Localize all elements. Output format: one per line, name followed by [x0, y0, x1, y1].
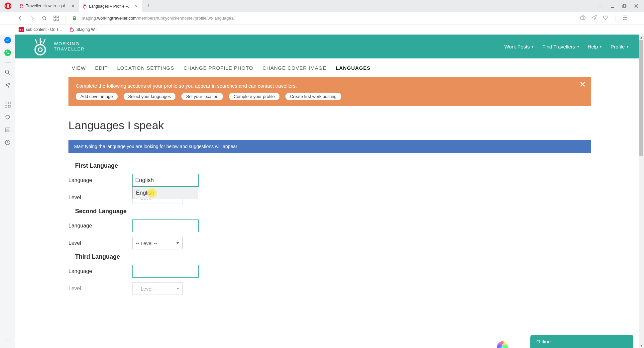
- snapshot-icon[interactable]: [580, 15, 586, 22]
- svg-point-18: [70, 29, 73, 32]
- browser-toolbar: staging.workingtraveller.com/members/fun…: [0, 12, 644, 25]
- minimize-icon[interactable]: [609, 3, 615, 9]
- close-icon[interactable]: [633, 3, 639, 9]
- reload-button[interactable]: [40, 14, 49, 23]
- bookmark-favicon-icon: [69, 27, 74, 32]
- tabs-menu-icon[interactable]: [597, 3, 603, 9]
- tab-close-icon[interactable]: ×: [71, 4, 75, 8]
- svg-point-12: [582, 17, 584, 19]
- divider: [65, 15, 65, 22]
- forward-button[interactable]: [28, 14, 37, 23]
- svg-rect-8: [54, 19, 55, 21]
- tab-title: Languages – Profile – John: [89, 4, 132, 9]
- heart-icon[interactable]: [602, 15, 608, 22]
- browser-tab-active[interactable]: Languages – Profile – John ×: [79, 0, 142, 12]
- bookmarks-bar: oT sub content - On T... Staging WT: [0, 25, 644, 35]
- new-tab-button[interactable]: +: [142, 0, 154, 12]
- svg-rect-9: [57, 19, 58, 21]
- lock-icon[interactable]: [70, 14, 79, 23]
- bookmark-item[interactable]: oT sub content - On T...: [19, 27, 62, 32]
- bookmark-item[interactable]: Staging WT: [69, 27, 97, 32]
- svg-rect-4: [623, 5, 625, 8]
- svg-rect-10: [73, 18, 76, 20]
- back-button[interactable]: [16, 14, 25, 23]
- maximize-icon[interactable]: [621, 3, 627, 9]
- send-icon[interactable]: [591, 15, 597, 22]
- svg-point-3: [83, 5, 86, 8]
- divider: [615, 15, 615, 22]
- easy-setup-icon[interactable]: [622, 15, 628, 22]
- svg-point-13: [624, 15, 625, 16]
- window-controls: [597, 0, 644, 12]
- favicon-icon: [19, 4, 24, 8]
- svg-rect-6: [54, 16, 55, 18]
- svg-point-14: [626, 17, 627, 18]
- speed-dial-icon[interactable]: [52, 14, 60, 23]
- tab-close-icon[interactable]: ×: [134, 4, 139, 9]
- svg-point-15: [623, 19, 624, 20]
- svg-point-2: [20, 5, 23, 8]
- tab-title: Traveller: How to - guides: [26, 4, 69, 8]
- svg-text:oT: oT: [20, 28, 23, 32]
- browser-titlebar: Traveller: How to - guides × Languages –…: [0, 0, 644, 12]
- browser-tab-inactive[interactable]: Traveller: How to - guides ×: [16, 0, 79, 12]
- svg-rect-5: [623, 4, 626, 7]
- favicon-icon: [82, 4, 87, 9]
- svg-point-0: [5, 3, 11, 9]
- bookmark-favicon-icon: oT: [19, 27, 24, 32]
- svg-rect-7: [57, 16, 58, 18]
- svg-point-1: [6, 3, 9, 9]
- address-bar[interactable]: staging.workingtraveller.com/members/fun…: [82, 16, 577, 21]
- opera-menu-button[interactable]: [0, 0, 16, 12]
